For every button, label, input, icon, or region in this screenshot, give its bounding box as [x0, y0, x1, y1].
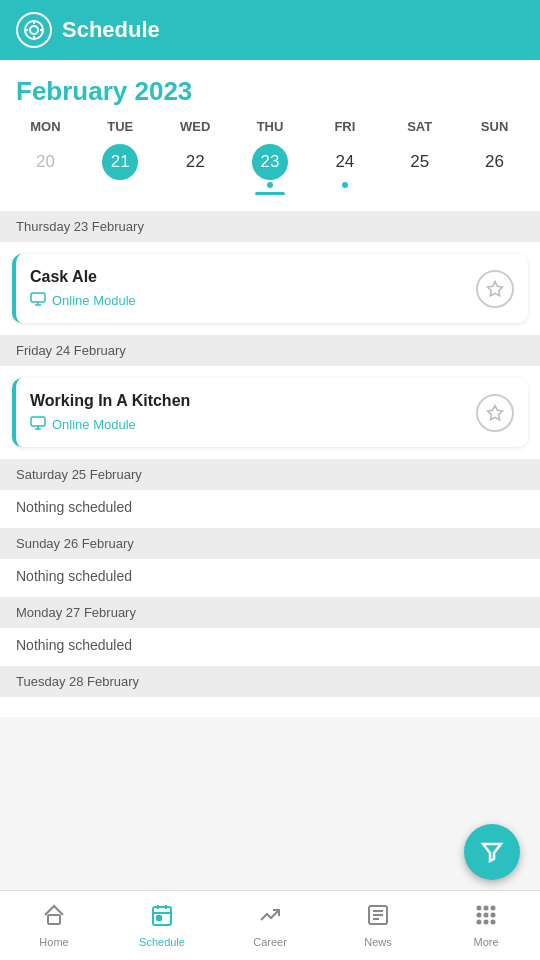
nav-item-home[interactable]: Home	[0, 897, 108, 954]
section-cards-fri24: Working In A Kitchen Online Module	[0, 366, 540, 459]
svg-point-27	[492, 907, 495, 910]
section-header-sat25: Saturday 25 February	[0, 459, 540, 490]
svg-marker-13	[488, 405, 503, 419]
career-icon	[258, 903, 282, 933]
day-numbers-row: 20 21 22 23 24 25	[0, 138, 540, 199]
empty-section-mon27: Nothing scheduled	[0, 628, 540, 666]
nav-item-more[interactable]: More	[432, 897, 540, 954]
section-header-thu23: Thursday 23 February	[0, 211, 540, 242]
empty-text-mon27: Nothing scheduled	[16, 637, 132, 653]
day-headers: MON TUE WED THU FRI SAT SUN	[0, 115, 540, 138]
star-button-kitchen[interactable]	[476, 394, 514, 432]
svg-point-25	[478, 907, 481, 910]
main-content: February 2023 MON TUE WED THU FRI SAT SU…	[0, 60, 540, 797]
svg-point-1	[30, 26, 38, 34]
nav-item-schedule[interactable]: Schedule	[108, 897, 216, 954]
day-header-fri: FRI	[307, 115, 382, 138]
day-cell-22[interactable]: 22	[158, 138, 233, 199]
empty-text-sun26: Nothing scheduled	[16, 568, 132, 584]
day-dot-24	[342, 182, 348, 188]
empty-section-tue28	[0, 697, 540, 717]
svg-rect-6	[31, 293, 45, 302]
card-title-cask-ale: Cask Ale	[30, 268, 136, 286]
home-icon	[42, 903, 66, 933]
day-header-thu: THU	[233, 115, 308, 138]
svg-point-32	[485, 921, 488, 924]
card-info-kitchen: Working In A Kitchen Online Module	[30, 392, 190, 433]
day-num-22[interactable]: 22	[177, 144, 213, 180]
month-title: February 2023	[0, 60, 540, 115]
nav-item-news[interactable]: News	[324, 897, 432, 954]
section-cards-thu23: Cask Ale Online Module	[0, 242, 540, 335]
svg-point-29	[485, 914, 488, 917]
day-num-25[interactable]: 25	[402, 144, 438, 180]
nav-item-career[interactable]: Career	[216, 897, 324, 954]
card-title-kitchen: Working In A Kitchen	[30, 392, 190, 410]
svg-rect-16	[153, 907, 171, 925]
more-icon	[474, 903, 498, 933]
card-type-label-kitchen: Online Module	[52, 417, 136, 432]
header-title: Schedule	[62, 17, 160, 43]
card-type-label-cask-ale: Online Module	[52, 293, 136, 308]
svg-point-33	[492, 921, 495, 924]
card-type-kitchen: Online Module	[30, 416, 190, 433]
day-header-sat: SAT	[382, 115, 457, 138]
day-header-sun: SUN	[457, 115, 532, 138]
section-header-sun26: Sunday 26 February	[0, 528, 540, 559]
day-header-wed: WED	[158, 115, 233, 138]
svg-point-28	[478, 914, 481, 917]
section-header-tue28: Tuesday 28 February	[0, 666, 540, 697]
day-header-mon: MON	[8, 115, 83, 138]
day-num-20[interactable]: 20	[27, 144, 63, 180]
svg-rect-10	[31, 417, 45, 426]
section-header-fri24: Friday 24 February	[0, 335, 540, 366]
calendar-section: February 2023 MON TUE WED THU FRI SAT SU…	[0, 60, 540, 211]
nav-label-career: Career	[253, 936, 287, 948]
empty-section-sun26: Nothing scheduled	[0, 559, 540, 597]
monitor-icon-kitchen	[30, 416, 46, 433]
schedule-card-cask-ale[interactable]: Cask Ale Online Module	[12, 254, 528, 323]
day-cell-26[interactable]: 26	[457, 138, 532, 199]
filter-fab[interactable]	[464, 824, 520, 880]
svg-rect-20	[157, 916, 161, 920]
day-header-tue: TUE	[83, 115, 158, 138]
day-cell-20[interactable]: 20	[8, 138, 83, 199]
day-cell-21[interactable]: 21	[83, 138, 158, 199]
day-cell-24[interactable]: 24	[307, 138, 382, 199]
news-icon	[366, 903, 390, 933]
svg-marker-9	[488, 281, 503, 295]
app-header: Schedule	[0, 0, 540, 60]
empty-text-sat25: Nothing scheduled	[16, 499, 132, 515]
monitor-icon-cask-ale	[30, 292, 46, 309]
day-cell-23[interactable]: 23	[233, 138, 308, 199]
svg-marker-14	[483, 844, 501, 861]
svg-point-31	[478, 921, 481, 924]
nav-label-more: More	[473, 936, 498, 948]
schedule-card-kitchen[interactable]: Working In A Kitchen Online Module	[12, 378, 528, 447]
nav-label-schedule: Schedule	[139, 936, 185, 948]
day-dot-23	[267, 182, 273, 188]
card-type-cask-ale: Online Module	[30, 292, 136, 309]
day-num-24[interactable]: 24	[327, 144, 363, 180]
svg-point-30	[492, 914, 495, 917]
section-header-mon27: Monday 27 February	[0, 597, 540, 628]
svg-point-26	[485, 907, 488, 910]
day-underline-23	[255, 192, 285, 195]
star-button-cask-ale[interactable]	[476, 270, 514, 308]
day-cell-25[interactable]: 25	[382, 138, 457, 199]
day-num-21[interactable]: 21	[102, 144, 138, 180]
day-num-26[interactable]: 26	[477, 144, 513, 180]
svg-rect-15	[48, 915, 60, 924]
nav-label-news: News	[364, 936, 392, 948]
bottom-nav: Home Schedule Career	[0, 890, 540, 960]
card-info-cask-ale: Cask Ale Online Module	[30, 268, 136, 309]
schedule-icon	[150, 903, 174, 933]
day-num-23[interactable]: 23	[252, 144, 288, 180]
empty-section-sat25: Nothing scheduled	[0, 490, 540, 528]
app-logo-icon	[16, 12, 52, 48]
nav-label-home: Home	[39, 936, 68, 948]
